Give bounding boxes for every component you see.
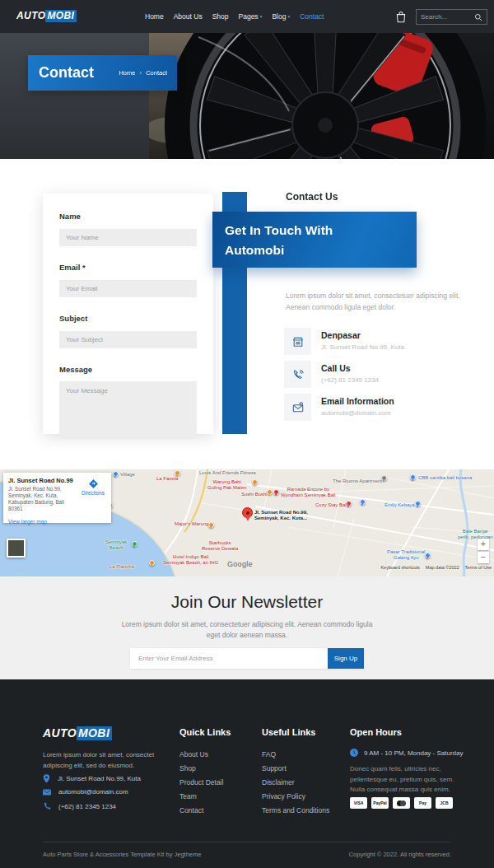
get-in-touch-banner: Get In Touch With Automobi — [212, 212, 417, 268]
map-poi-pin[interactable] — [132, 541, 137, 547]
map-poi-pin[interactable] — [273, 489, 279, 495]
newsletter-section: Join Our Newsletter Lorem ipsum dolor si… — [0, 576, 494, 679]
view-larger-map-link[interactable]: View larger map — [8, 519, 47, 525]
map-poi-pin[interactable] — [381, 475, 387, 481]
map-poi-pin[interactable] — [415, 501, 421, 506]
map-label-starbucks[interactable]: Starbucks Reserve Dewata — [202, 540, 238, 552]
google-map-embed[interactable]: Village La Favela Louis And Friends Fitn… — [0, 469, 494, 576]
footer-link-shop[interactable]: Shop — [179, 764, 196, 772]
map-label-la-favela[interactable]: La Favela — [156, 476, 178, 482]
banner-line2: Automobi — [225, 240, 417, 260]
newsletter-email-input[interactable] — [130, 648, 328, 669]
footer-phone[interactable]: (+62) 81 2345 1234 — [58, 803, 116, 810]
envelope-icon — [43, 789, 51, 796]
directions-button[interactable]: Directions — [78, 478, 108, 496]
info-title: Email Information — [321, 396, 394, 406]
email-input[interactable] — [59, 280, 197, 297]
map-label-sunset-road-marker[interactable]: Jl. Sunset Road No.99, Seminyak, Kec. Ku… — [254, 510, 308, 521]
chevron-down-icon: ▾ — [287, 14, 290, 19]
footer-link-product-detail[interactable]: Product Detail — [179, 778, 223, 786]
map-label-seminyak-beach[interactable]: Seminyak Beach — [105, 539, 127, 551]
footer-link-contact[interactable]: Contact — [179, 806, 203, 814]
contact-section: Name Email * Subject Message Contact Us … — [0, 159, 494, 469]
footer-logo[interactable]: AUTOMOBI — [43, 726, 112, 740]
map-label-louis-fitness[interactable]: Louis And Friends Fitness — [199, 470, 256, 476]
contact-info-email: Email Information automobi@domain.com — [284, 394, 394, 421]
name-input[interactable] — [59, 229, 197, 246]
map-label-sushi-bushi[interactable]: Sushi Bushi — [241, 492, 268, 497]
red-marker-icon[interactable] — [242, 507, 253, 518]
nav-item-home[interactable]: Home — [145, 12, 164, 21]
nav-item-about-us[interactable]: About Us — [174, 12, 203, 21]
nav-item-pages[interactable]: Pages▾ — [239, 12, 263, 21]
map-poi-pin[interactable] — [113, 471, 119, 477]
google-logo[interactable]: Google — [227, 560, 253, 568]
map-zoom-out-button[interactable]: − — [478, 552, 489, 563]
search-input[interactable] — [421, 13, 474, 21]
map-label-majors-warung[interactable]: Major's Warung — [175, 521, 209, 527]
open-hours-schedule: 9 AM - 10 PM, Monday - Saturday — [364, 749, 464, 757]
form-field-subject: Subject — [59, 314, 197, 348]
message-textarea[interactable] — [59, 381, 197, 439]
search-icon[interactable] — [474, 13, 482, 21]
footer-divider — [43, 842, 451, 842]
footer-link-disclaimer[interactable]: Disclaimer — [262, 778, 295, 786]
clock-icon — [350, 749, 358, 757]
footer-email[interactable]: automobi@domain.com — [58, 788, 128, 796]
info-subtitle: Jl. Sunset Road No.99, Kuta — [321, 343, 404, 351]
cart-icon[interactable] — [395, 11, 407, 23]
header-logo[interactable]: AUTOMOBI — [16, 10, 77, 22]
pay-badge: Pay — [414, 797, 431, 809]
map-label-rooms-apartment[interactable]: The Rooms Apartment — [333, 478, 382, 484]
nav-item-shop[interactable]: Shop — [212, 12, 229, 21]
map-poi-pin[interactable] — [360, 499, 366, 505]
footer-address-row: Jl. Sunset Road No.99, Kuta — [43, 774, 141, 783]
map-label-warung-babi[interactable]: Warung Babi Guling Pak Malen — [207, 479, 246, 491]
map-poi-pin[interactable] — [267, 489, 273, 495]
logo-part1: AUTO — [16, 10, 45, 21]
logo-part2: MOBI — [45, 10, 77, 22]
footer-link-terms[interactable]: Terms and Conditions — [262, 806, 329, 814]
form-field-message: Message — [59, 365, 197, 442]
map-label-pasar[interactable]: Pasar Tradisional Galang Ayu — [387, 549, 425, 561]
contact-form: Name Email * Subject Message — [43, 194, 213, 434]
sign-up-button[interactable]: Sign Up — [328, 648, 364, 669]
map-label-emily-kebaya[interactable]: Emily Kebaya — [384, 502, 415, 508]
map-label-cozy-stay[interactable]: Cozy Stay Bali — [315, 502, 347, 508]
map-label-la-plancha[interactable]: La Plancha — [110, 564, 134, 570]
footer-link-support[interactable]: Support — [262, 764, 287, 772]
footer: AUTOMOBI Lorem ipsum dolor sit amet, con… — [0, 679, 494, 868]
footer-link-about-us[interactable]: About Us — [179, 750, 208, 758]
breadcrumb-home[interactable]: Home — [119, 69, 135, 77]
open-hours-text: Donec quam felis, ultricies nec, pellent… — [350, 764, 465, 796]
map-poi-pin[interactable] — [425, 553, 431, 558]
map-poi-pin[interactable] — [208, 522, 214, 528]
directions-icon — [88, 478, 99, 489]
map-poi-pin[interactable] — [252, 479, 258, 485]
nav-item-contact[interactable]: Contact — [300, 12, 324, 21]
map-zoom-in-button[interactable]: + — [478, 539, 489, 550]
map-label-ramada[interactable]: Ramada Encore by Wyndham Seminyak Bali — [281, 487, 336, 498]
breadcrumb-separator-icon: › — [139, 69, 142, 77]
map-label-village[interactable]: Village — [120, 472, 135, 478]
footer-link-team[interactable]: Team — [179, 792, 197, 800]
terms-of-use-link[interactable]: Terms of Use — [465, 565, 492, 570]
info-title: Denpasar — [321, 330, 404, 340]
map-poi-pin[interactable] — [175, 470, 180, 476]
map-label-cbb[interactable]: CBB cantika bali busana — [418, 475, 472, 481]
footer-link-privacy-policy[interactable]: Privacy Policy — [262, 792, 305, 800]
map-poi-pin[interactable] — [410, 474, 416, 480]
visa-badge: VISA — [350, 797, 367, 809]
map-poi-pin[interactable] — [149, 560, 155, 566]
nav-item-blog[interactable]: Blog▾ — [272, 12, 290, 21]
footer-link-faq[interactable]: FAQ — [262, 750, 276, 758]
subject-input[interactable] — [59, 331, 197, 348]
map-info-card: Jl. Sunset Road No.99 Jl. Sunset Road No… — [3, 473, 111, 523]
page-title: Contact — [39, 64, 94, 82]
map-label-hotel-indigo[interactable]: Hotel Indigo Bali Seminyak Beach, an IHG — [163, 554, 218, 566]
satellite-view-toggle[interactable] — [7, 539, 26, 558]
keyboard-shortcuts-link[interactable]: Keyboard shortcuts — [380, 565, 419, 570]
hero-section: Contact Home › Contact — [0, 33, 494, 159]
footer-email-row: automobi@domain.com — [43, 788, 128, 796]
phone-icon — [284, 361, 311, 388]
